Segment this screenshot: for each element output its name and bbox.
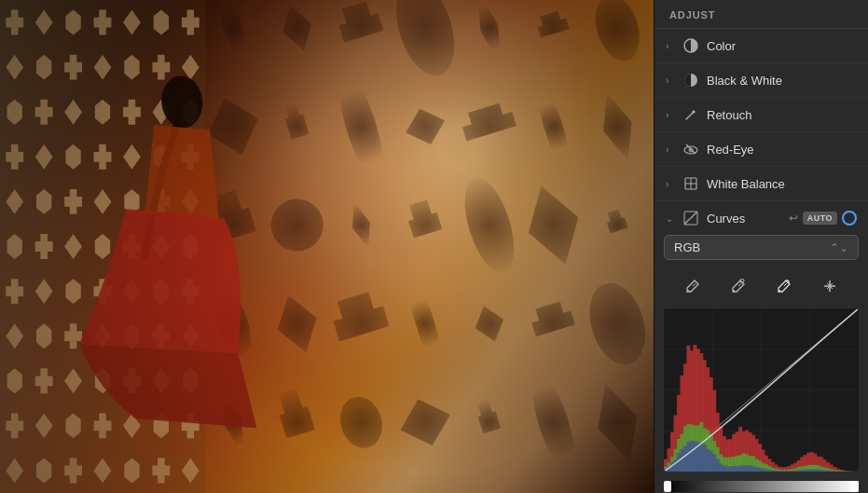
eyedropper-black-button[interactable] — [680, 273, 706, 299]
black-white-icon — [682, 72, 699, 89]
svg-line-12 — [693, 283, 696, 286]
eyedropper-white-button[interactable] — [771, 273, 797, 299]
auto-badge[interactable]: AUTO — [803, 212, 837, 225]
chevron-down-icon: ⌄ — [666, 213, 675, 224]
white-point-handle[interactable] — [851, 481, 859, 492]
sidebar-item-retouch[interactable]: › Retouch — [654, 98, 868, 132]
black-white-label: Black & White — [707, 74, 857, 88]
chevron-right-icon-4: › — [666, 144, 675, 155]
chevron-right-icon-3: › — [666, 110, 675, 120]
adjust-header: ADJUST — [654, 0, 868, 29]
svg-line-2 — [686, 112, 694, 119]
sidebar-item-white-balance[interactable]: › White Balance — [654, 167, 868, 201]
curves-label: Curves — [707, 212, 781, 226]
svg-line-14 — [738, 283, 741, 286]
sidebar-item-red-eye[interactable]: › Red-Eye — [654, 132, 868, 167]
chevron-right-icon-2: › — [666, 75, 675, 86]
add-point-button[interactable] — [817, 273, 843, 299]
red-eye-icon — [682, 141, 699, 157]
right-panel: ADJUST › Color › Black & White — [654, 0, 868, 493]
white-balance-icon — [682, 175, 699, 192]
tool-icons-row — [654, 267, 868, 305]
color-label: Color — [707, 39, 857, 53]
curves-toggle-button[interactable] — [842, 211, 857, 226]
channel-label: RGB — [674, 240, 700, 254]
svg-point-15 — [733, 290, 735, 292]
retouch-icon — [682, 106, 699, 123]
photo-area — [0, 0, 654, 493]
curves-actions: ↩ AUTO — [789, 211, 857, 226]
white-balance-label: White Balance — [707, 177, 857, 191]
svg-line-17 — [784, 283, 787, 286]
red-eye-label: Red-Eye — [707, 143, 857, 157]
histogram-area — [664, 308, 859, 472]
dropdown-arrow-icon: ⌃⌄ — [830, 241, 848, 254]
sidebar-item-black-white[interactable]: › Black & White — [654, 63, 868, 98]
curves-icon — [682, 210, 699, 226]
chevron-right-icon-5: › — [666, 179, 675, 189]
color-icon — [682, 37, 699, 54]
undo-button[interactable]: ↩ — [789, 212, 798, 225]
channel-dropdown[interactable]: RGB ⌃⌄ — [664, 235, 859, 260]
svg-point-18 — [778, 290, 780, 292]
curves-section: ⌄ Curves ↩ AUTO RGB ⌃⌄ — [654, 201, 868, 493]
eyedropper-gray-button[interactable] — [725, 273, 751, 299]
adjust-list: › Color › Black & White › — [654, 29, 868, 201]
retouch-label: Retouch — [707, 108, 857, 122]
curves-header[interactable]: ⌄ Curves ↩ AUTO — [654, 201, 868, 235]
chevron-right-icon: › — [666, 41, 675, 51]
photo-canvas — [0, 0, 654, 493]
black-point-handle[interactable] — [664, 481, 671, 492]
sidebar-item-color[interactable]: › Color — [654, 29, 868, 63]
histogram-canvas — [664, 308, 859, 472]
tonal-range-bar — [664, 481, 859, 492]
svg-point-13 — [687, 290, 689, 292]
